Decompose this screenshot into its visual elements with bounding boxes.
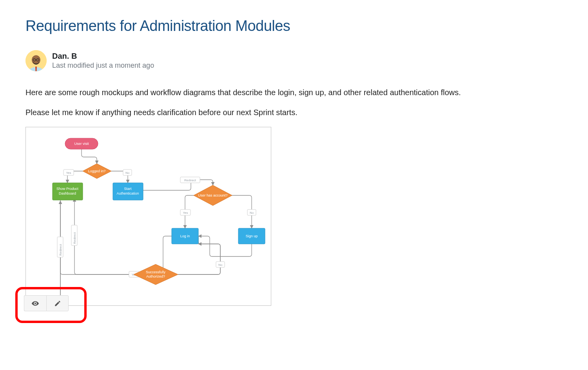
- edge-label-no-3: No: [218, 263, 223, 267]
- edge-label-redirect-3: Redirect: [59, 244, 62, 256]
- last-modified-text: Last modified just a moment ago: [52, 61, 154, 70]
- node-start-auth-l1: Start: [124, 187, 132, 191]
- node-user-visit: User visit: [74, 142, 89, 146]
- pencil-icon: [54, 300, 61, 307]
- edge-label-yes-2: Yes: [183, 211, 188, 215]
- author-name: Dan. B: [52, 52, 154, 61]
- node-show-product-dashboard-l2: Dashboard: [59, 191, 76, 195]
- node-success-auth-l2: Authorized?: [146, 274, 165, 278]
- body-text: Here are some rough mockups and workflow…: [25, 87, 564, 118]
- flowchart-diagram: Yes No Redirect Yes No No Yes Redirect R: [25, 127, 271, 306]
- node-log-in: Log in: [180, 234, 190, 238]
- author-row: Dan. B Last modified just a moment ago: [25, 50, 564, 71]
- edge-label-no-2: No: [250, 211, 254, 215]
- avatar: [25, 50, 47, 71]
- node-user-has-account: User has account?: [198, 193, 227, 197]
- page-title: Requirements for Administration Modules: [25, 18, 564, 34]
- paragraph-2: Please let me know if anything needs cla…: [25, 107, 564, 118]
- edge-label-yes: Yes: [66, 171, 71, 175]
- edge-label-redirect: Redirect: [184, 179, 196, 182]
- edge-label-no: No: [125, 171, 130, 175]
- node-success-auth-l1: Successfully: [146, 270, 166, 274]
- eye-icon: [31, 300, 39, 307]
- diagram-toolbar: [24, 295, 69, 311]
- paragraph-1: Here are some rough mockups and workflow…: [25, 87, 564, 98]
- node-sign-up: Sign up: [246, 234, 258, 238]
- edge-label-redirect-2: Redirect: [73, 232, 76, 244]
- node-start-auth-l2: Authentication: [116, 191, 139, 195]
- node-logged-in: Logged in?: [88, 169, 106, 173]
- svg-point-5: [35, 62, 37, 63]
- node-show-product-dashboard-l1: Show Product: [56, 187, 79, 191]
- view-button[interactable]: [24, 295, 46, 311]
- edit-button[interactable]: [46, 295, 69, 311]
